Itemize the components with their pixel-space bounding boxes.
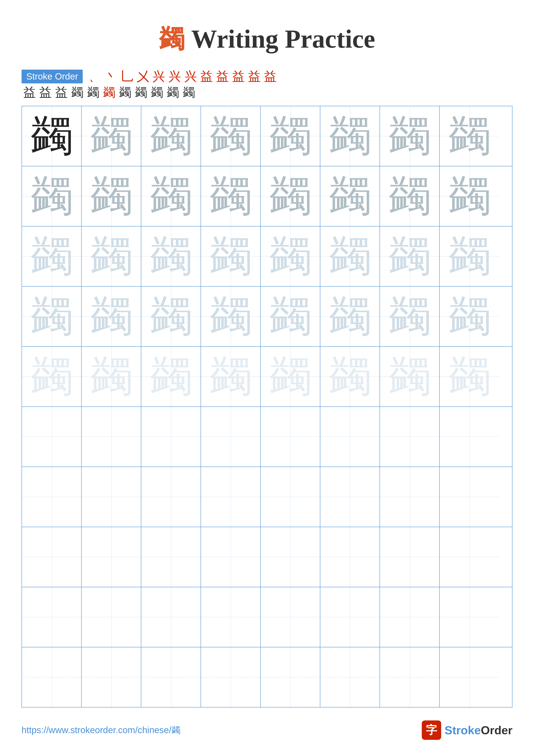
grid-cell[interactable]: 蠲 xyxy=(261,227,320,286)
grid-cell-empty[interactable] xyxy=(320,587,380,647)
grid-cell[interactable]: 蠲 xyxy=(82,166,141,226)
grid-cell[interactable]: 蠲 xyxy=(141,166,201,226)
practice-char: 蠲 xyxy=(448,115,491,157)
grid-cell[interactable]: 蠲 xyxy=(82,347,141,406)
grid-row: 蠲 蠲 蠲 蠲 蠲 蠲 蠲 蠲 xyxy=(22,227,512,286)
grid-cell-empty[interactable] xyxy=(320,647,380,707)
grid-cell[interactable]: 蠲 xyxy=(22,347,82,406)
grid-cell[interactable]: 蠲 xyxy=(141,347,201,406)
grid-cell-empty[interactable] xyxy=(440,467,499,527)
grid-cell-empty[interactable] xyxy=(201,407,261,467)
grid-row xyxy=(22,587,512,647)
grid-cell[interactable]: 蠲 xyxy=(320,227,380,286)
grid-cell-empty[interactable] xyxy=(141,527,201,587)
grid-cell[interactable]: 蠲 xyxy=(320,286,380,346)
grid-cell[interactable]: 蠲 xyxy=(22,166,82,226)
grid-cell[interactable]: 蠲 xyxy=(201,227,261,286)
grid-cell-empty[interactable] xyxy=(82,467,141,527)
grid-cell[interactable]: 蠲 xyxy=(380,166,440,226)
grid-cell-empty[interactable] xyxy=(201,527,261,587)
grid-row: 蠲 蠲 蠲 蠲 蠲 蠲 蠲 蠲 xyxy=(22,106,512,166)
grid-cell[interactable]: 蠲 xyxy=(201,106,261,166)
grid-cell[interactable]: 蠲 xyxy=(320,106,380,166)
grid-cell[interactable]: 蠲 xyxy=(380,286,440,346)
grid-cell-empty[interactable] xyxy=(201,587,261,647)
grid-cell[interactable]: 蠲 xyxy=(201,166,261,226)
practice-char: 蠲 xyxy=(90,295,133,338)
grid-cell[interactable]: 蠲 xyxy=(440,227,499,286)
practice-char: 蠲 xyxy=(328,295,371,338)
grid-cell-empty[interactable] xyxy=(82,407,141,467)
grid-cell-empty[interactable] xyxy=(22,527,82,587)
grid-cell-empty[interactable] xyxy=(82,527,141,587)
grid-cell[interactable]: 蠲 xyxy=(440,347,499,406)
practice-grid: 蠲 蠲 蠲 蠲 蠲 蠲 蠲 蠲 蠲 蠲 蠲 蠲 蠲 蠲 蠲 蠲 蠲 蠲 蠲 蠲 … xyxy=(21,106,513,708)
footer-url[interactable]: https://www.strokeorder.com/chinese/蠲 xyxy=(21,724,181,736)
grid-cell-empty[interactable] xyxy=(261,467,320,527)
grid-cell-empty[interactable] xyxy=(141,587,201,647)
grid-cell[interactable]: 蠲 xyxy=(141,106,201,166)
grid-cell-empty[interactable] xyxy=(261,647,320,707)
grid-cell[interactable]: 蠲 xyxy=(440,286,499,346)
grid-cell-empty[interactable] xyxy=(141,467,201,527)
grid-cell[interactable]: 蠲 xyxy=(141,227,201,286)
grid-cell[interactable]: 蠲 xyxy=(380,227,440,286)
grid-cell-empty[interactable] xyxy=(380,527,440,587)
grid-row xyxy=(22,407,512,467)
grid-cell-empty[interactable] xyxy=(22,647,82,707)
grid-cell[interactable]: 蠲 xyxy=(82,286,141,346)
grid-cell-empty[interactable] xyxy=(320,407,380,467)
grid-cell-empty[interactable] xyxy=(141,407,201,467)
grid-cell-empty[interactable] xyxy=(261,527,320,587)
grid-cell[interactable]: 蠲 xyxy=(320,166,380,226)
logo-icon: 字 xyxy=(422,720,441,740)
title-text: Writing Practice xyxy=(185,25,375,53)
grid-cell-empty[interactable] xyxy=(261,407,320,467)
grid-row: 蠲 蠲 蠲 蠲 蠲 蠲 蠲 蠲 xyxy=(22,166,512,227)
grid-cell[interactable]: 蠲 xyxy=(201,347,261,406)
grid-cell-empty[interactable] xyxy=(380,647,440,707)
grid-cell-empty[interactable] xyxy=(440,647,499,707)
grid-cell[interactable]: 蠲 xyxy=(201,286,261,346)
grid-cell-empty[interactable] xyxy=(82,587,141,647)
grid-cell-empty[interactable] xyxy=(22,587,82,647)
practice-char: 蠲 xyxy=(328,355,371,398)
grid-cell[interactable]: 蠲 xyxy=(261,166,320,226)
grid-cell-empty[interactable] xyxy=(440,407,499,467)
grid-cell[interactable]: 蠲 xyxy=(22,106,82,166)
grid-cell[interactable]: 蠲 xyxy=(261,106,320,166)
grid-cell-empty[interactable] xyxy=(201,647,261,707)
practice-char: 蠲 xyxy=(209,115,252,157)
grid-cell-empty[interactable] xyxy=(261,587,320,647)
practice-char: 蠲 xyxy=(388,175,431,218)
grid-cell[interactable]: 蠲 xyxy=(320,347,380,406)
grid-cell[interactable]: 蠲 xyxy=(440,166,499,226)
grid-cell[interactable]: 蠲 xyxy=(380,347,440,406)
grid-cell[interactable]: 蠲 xyxy=(22,227,82,286)
grid-cell-empty[interactable] xyxy=(320,467,380,527)
title-char: 蠲 xyxy=(159,25,185,53)
grid-cell-empty[interactable] xyxy=(22,467,82,527)
grid-cell-empty[interactable] xyxy=(141,647,201,707)
grid-cell[interactable]: 蠲 xyxy=(82,227,141,286)
grid-cell[interactable]: 蠲 xyxy=(380,106,440,166)
practice-char: 蠲 xyxy=(328,115,371,157)
grid-cell[interactable]: 蠲 xyxy=(261,286,320,346)
grid-cell-empty[interactable] xyxy=(380,587,440,647)
practice-char: 蠲 xyxy=(90,235,133,278)
grid-row xyxy=(22,467,512,527)
practice-char: 蠲 xyxy=(269,295,312,338)
grid-cell[interactable]: 蠲 xyxy=(261,347,320,406)
grid-cell-empty[interactable] xyxy=(380,407,440,467)
grid-cell-empty[interactable] xyxy=(440,587,499,647)
grid-cell[interactable]: 蠲 xyxy=(22,286,82,346)
grid-cell-empty[interactable] xyxy=(380,467,440,527)
grid-cell[interactable]: 蠲 xyxy=(141,286,201,346)
grid-cell[interactable]: 蠲 xyxy=(82,106,141,166)
grid-cell-empty[interactable] xyxy=(440,527,499,587)
grid-cell[interactable]: 蠲 xyxy=(440,106,499,166)
grid-cell-empty[interactable] xyxy=(22,407,82,467)
grid-cell-empty[interactable] xyxy=(201,467,261,527)
grid-cell-empty[interactable] xyxy=(320,527,380,587)
grid-cell-empty[interactable] xyxy=(82,647,141,707)
